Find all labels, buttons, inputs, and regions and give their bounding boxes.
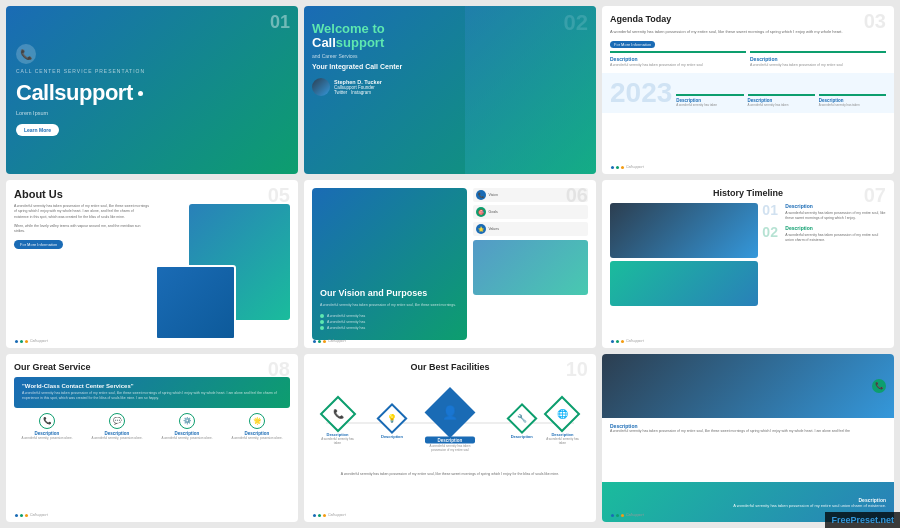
footer-dot-2 <box>616 514 619 517</box>
diamond-4: 🌐 <box>544 396 581 433</box>
slide3-year: 2023 <box>610 79 672 107</box>
slide9-footer: Callsupport <box>606 511 649 519</box>
tl-text-2: Description A wonderful serenity has tak… <box>785 225 886 244</box>
contact-icon: 📞 <box>872 379 886 393</box>
slide5-icon-item-2: 🎯 Goals <box>473 205 588 219</box>
icon-circle-3: ⭐ <box>476 224 486 234</box>
person-avatar <box>312 78 330 96</box>
slide-number-3: 03 <box>864 10 886 33</box>
slide-3: 03 Agenda Today A wonderful serenity has… <box>602 6 894 174</box>
facility-2: 💡 Description <box>381 408 403 439</box>
slide3-col1: Description A wonderful serenity has tak… <box>610 51 746 68</box>
slide7-footer: Callsupport <box>10 511 53 519</box>
slide5-left: Our Vision and Purposes A wonderful sere… <box>312 188 467 340</box>
fac2-label: Description <box>381 434 403 439</box>
slide6-timeline: 01 Description A wonderful serenity has … <box>762 203 886 306</box>
slide-number-1: 01 <box>270 12 290 33</box>
service-icon-1: 📞 <box>39 413 55 429</box>
slide3-col2: Description A wonderful serenity has tak… <box>750 51 886 68</box>
footer-brand-7: Callsupport <box>30 513 48 517</box>
learn-more-button[interactable]: Learn More <box>16 124 59 136</box>
person-name: Stephen D. Tucker <box>334 79 382 85</box>
slide3-footer: Callsupport <box>606 163 649 171</box>
diamond-icon-2: 💡 <box>387 414 397 423</box>
slide6-title: History Timeline <box>610 188 886 198</box>
watermark: FreePreset.net <box>825 512 900 528</box>
slide-4: 05 About Us A wonderful serenity has tak… <box>6 180 298 348</box>
footer-dot-2 <box>616 340 619 343</box>
slide9-bottom: Description A wonderful serenity has tak… <box>602 418 894 482</box>
service-icon-3: ⚙️ <box>179 413 195 429</box>
slide4-desc1: A wonderful serenity has taken possessio… <box>14 204 149 220</box>
slide3-desc-cols: Description A wonderful serenity has tak… <box>610 51 886 68</box>
footer-dot-1 <box>611 340 614 343</box>
person-info: Stephen D. Tucker Callsupport Founder Tw… <box>334 79 382 95</box>
slide-5: 06 Our Vision and Purposes A wonderful s… <box>304 180 596 348</box>
footer-dot-1 <box>313 514 316 517</box>
slide5-item1: A wonderful serenity has <box>320 314 459 318</box>
service-col-1: 📞 Description A wonderful serenity, poss… <box>14 413 80 440</box>
slide2-welcome: Welcome to Callsupport <box>312 22 588 51</box>
slide7-banner: "World-Class Contact Center Services" A … <box>14 377 290 408</box>
slide1-tagline: Lorem Ipsum <box>16 110 288 116</box>
slide8-desc: A wonderful serenity has taken possessio… <box>312 472 588 477</box>
more-info-link[interactable]: For More Information <box>610 41 655 48</box>
slide3-bottom: 2023 Description A wonderful serenity ha… <box>602 73 894 113</box>
slide1-label: CALL CENTER SERVICE PRESENTATION <box>16 68 288 74</box>
slide2-integrated: Your Integrated Call Center <box>312 63 588 70</box>
service-col-2: 💬 Description A wonderful serenity, poss… <box>84 413 150 440</box>
slide6-content: 01 Description A wonderful serenity has … <box>610 203 886 306</box>
diamond-2: 💡 <box>376 403 407 434</box>
slide-7: 08 Our Great Service "World-Class Contac… <box>6 354 298 522</box>
slide7-quote: "World-Class Contact Center Services" <box>22 383 282 389</box>
footer-dot-1 <box>611 166 614 169</box>
slide6-image-bot <box>610 261 758 306</box>
slide-number-6: 07 <box>864 184 886 207</box>
slide5-desc: A wonderful serenity has taken possessio… <box>320 303 459 308</box>
slide4-more-info[interactable]: For More Information <box>14 240 63 249</box>
diamond-3: 🔧 <box>506 403 537 434</box>
slide9-desc2-text: A wonderful serenity has taken possessio… <box>733 503 886 508</box>
slide5-item3: A wonderful serenity has <box>320 326 459 330</box>
slides-grid: 01 📞 CALL CENTER SERVICE PRESENTATION Ca… <box>0 0 900 528</box>
icon-text-1: Vision <box>489 193 498 197</box>
footer-dot-1 <box>313 340 316 343</box>
footer-dot-3 <box>621 340 624 343</box>
item3-text: A wonderful serenity has <box>327 326 365 330</box>
icon-circle-1: 📞 <box>476 190 486 200</box>
tl-num-2: 02 <box>762 225 782 239</box>
footer-dot-2 <box>20 340 23 343</box>
slide4-footer: Callsupport <box>10 337 53 345</box>
slide-6: 07 History Timeline 01 Description A won… <box>602 180 894 348</box>
slide5-items: A wonderful serenity has A wonderful ser… <box>320 314 459 332</box>
icon-circle-2: 🎯 <box>476 207 486 217</box>
slide4-title: About Us <box>14 188 290 200</box>
slide3-bcol3: Description A wonderful serenity has tak… <box>819 94 886 107</box>
footer-dot-3 <box>323 340 326 343</box>
slide4-content: A wonderful serenity has taken possessio… <box>14 204 290 340</box>
service-col-4: 🌟 Description A wonderful serenity, poss… <box>224 413 290 440</box>
footer-dot-3 <box>323 514 326 517</box>
facility-1: 📞 Description A wonderful serenity has t… <box>318 401 358 445</box>
footer-dot-1 <box>15 340 18 343</box>
slide4-overlay-image <box>155 265 236 340</box>
icon-text-3: Values <box>489 227 499 231</box>
slide8-diamond-layout: 📞 Description A wonderful serenity has t… <box>312 378 588 468</box>
facility-4: 🌐 Description A wonderful serenity has t… <box>542 401 582 445</box>
slide9-top-photo: 📞 <box>602 354 894 418</box>
service-icon-4: 🌟 <box>249 413 265 429</box>
slide5-right: 📞 Vision 🎯 Goals ⭐ Values <box>473 188 588 340</box>
footer-dot-2 <box>318 514 321 517</box>
slide5-bottom-image <box>473 240 588 295</box>
footer-dot-3 <box>621 166 624 169</box>
service-col-3: ⚙️ Description A wonderful serenity, pos… <box>154 413 220 440</box>
slide-2: 02 Welcome to Callsupport and Career Ser… <box>304 6 596 174</box>
slide4-images <box>155 204 290 340</box>
footer-brand-6: Callsupport <box>626 339 644 343</box>
slide7-service-cols: 📞 Description A wonderful serenity, poss… <box>14 413 290 440</box>
diamond-center: 👤 <box>425 387 476 438</box>
diamond-icon-4: 🌐 <box>557 409 568 419</box>
slide5-icon-item-3: ⭐ Values <box>473 222 588 236</box>
footer-dot-1 <box>15 514 18 517</box>
item2-text: A wonderful serenity has <box>327 320 365 324</box>
